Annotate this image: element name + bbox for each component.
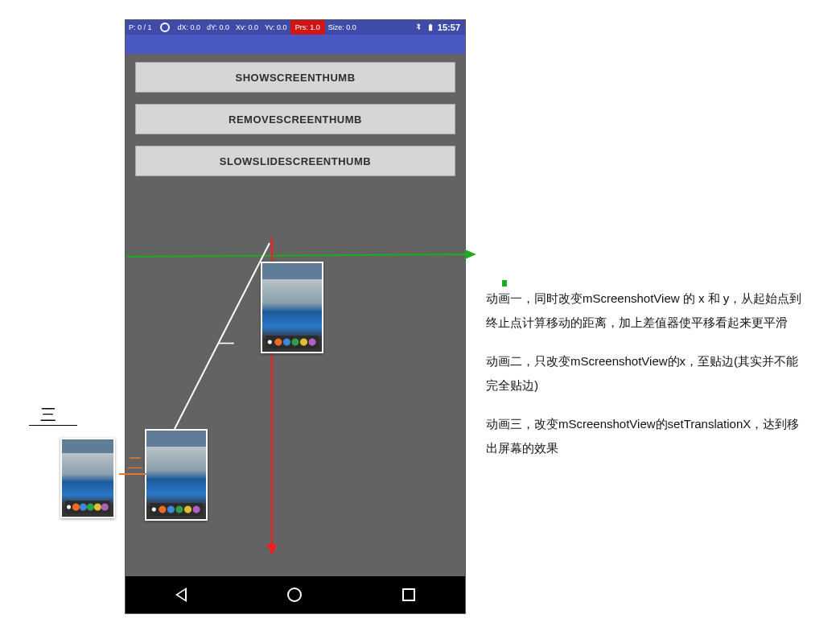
label-two: 二 — [127, 452, 143, 474]
annotation-text: 动画一，同时改变mScreenshotView 的 x 和 y，从起始点到终止点… — [486, 287, 808, 475]
sb-dx: dX: 0.0 — [175, 23, 204, 31]
nav-recent-icon[interactable] — [402, 588, 415, 601]
sb-yv: Yv: 0.0 — [261, 23, 290, 31]
app-bar — [126, 35, 465, 54]
remove-screen-thumb-button[interactable]: REMOVESCREENTHUMB — [135, 104, 455, 134]
bluetooth-icon — [414, 23, 423, 32]
annotation-one: 动画一，同时改变mScreenshotView 的 x 和 y，从起始点到终止点… — [486, 287, 808, 335]
status-right: 15:57 — [414, 23, 465, 32]
sb-pointer: P: 0 / 1 — [126, 23, 155, 31]
show-screen-thumb-button[interactable]: SHOWSCREENTHUMB — [135, 62, 455, 93]
status-bar: P: 0 / 1 dX: 0.0 dY: 0.0 Xv: 0.0 Yv: 0.0… — [126, 20, 465, 35]
sb-indicator-circle — [160, 23, 170, 32]
sb-xv: Xv: 0.0 — [233, 23, 261, 31]
label-three: 三 — [40, 404, 56, 426]
label-one: 一 — [217, 332, 235, 357]
annotation-two: 动画二，只改变mScreenshotView的x，至贴边(其实并不能完全贴边) — [486, 349, 808, 398]
status-time: 15:57 — [438, 23, 460, 32]
screenshot-thumb-three — [60, 438, 115, 518]
underline-three — [29, 425, 77, 426]
nav-home-icon[interactable] — [287, 588, 302, 602]
slow-slide-screen-thumb-button[interactable]: SLOWSLIDESCREENTHUMB — [135, 146, 455, 176]
sb-size: Size: 0.0 — [325, 23, 360, 31]
screenshot-thumb-two — [145, 429, 208, 521]
screenshot-thumb-one — [261, 262, 323, 353]
sb-prs: Prs: 1.0 — [290, 20, 325, 35]
battery-icon — [426, 23, 434, 32]
nav-back-icon[interactable] — [175, 588, 187, 602]
annotation-three: 动画三，改变mScreenshotView的setTranslationX，达到… — [486, 412, 808, 460]
navigation-bar — [126, 576, 465, 613]
green-tick-mark — [502, 280, 507, 287]
sb-dy: dY: 0.0 — [204, 23, 233, 31]
underline-two — [119, 473, 146, 475]
button-area: SHOWSCREENTHUMB REMOVESCREENTHUMB SLOWSL… — [126, 54, 465, 191]
